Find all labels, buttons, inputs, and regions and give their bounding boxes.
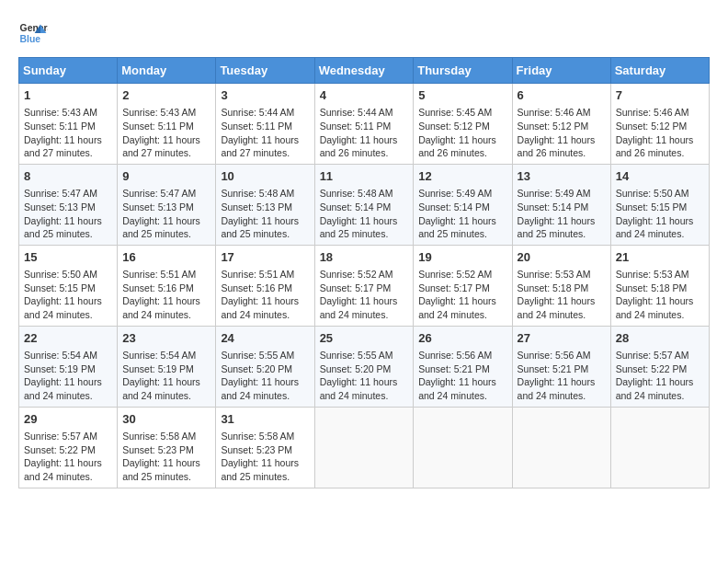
calendar-cell: 4 Sunrise: 5:44 AM Sunset: 5:11 PM Dayli… xyxy=(314,84,414,165)
sunrise-text: Sunrise: 5:56 AM xyxy=(518,350,591,361)
sunrise-text: Sunrise: 5:51 AM xyxy=(122,269,196,280)
calendar-cell: 20 Sunrise: 5:53 AM Sunset: 5:18 PM Dayl… xyxy=(512,245,610,326)
calendar-cell: 9 Sunrise: 5:47 AM Sunset: 5:13 PM Dayli… xyxy=(118,164,216,245)
day-number: 14 xyxy=(616,168,704,185)
weekday-header-saturday: Saturday xyxy=(610,58,709,84)
calendar-cell: 13 Sunrise: 5:49 AM Sunset: 5:14 PM Dayl… xyxy=(512,164,610,245)
day-number: 21 xyxy=(616,249,704,266)
sunrise-text: Sunrise: 5:43 AM xyxy=(122,107,196,118)
sunrise-text: Sunrise: 5:58 AM xyxy=(122,431,196,442)
weekday-header-row: SundayMondayTuesdayWednesdayThursdayFrid… xyxy=(19,58,710,84)
sunrise-text: Sunrise: 5:45 AM xyxy=(418,107,492,118)
daylight-text: Daylight: 11 hours and 27 minutes. xyxy=(221,134,299,159)
calendar-cell: 18 Sunrise: 5:52 AM Sunset: 5:17 PM Dayl… xyxy=(314,245,414,326)
calendar-cell: 16 Sunrise: 5:51 AM Sunset: 5:16 PM Dayl… xyxy=(118,245,216,326)
sunrise-text: Sunrise: 5:49 AM xyxy=(418,188,492,199)
daylight-text: Daylight: 11 hours and 25 minutes. xyxy=(418,215,496,240)
daylight-text: Daylight: 11 hours and 24 minutes. xyxy=(616,376,694,401)
calendar-cell: 14 Sunrise: 5:50 AM Sunset: 5:15 PM Dayl… xyxy=(610,164,709,245)
calendar-cell: 24 Sunrise: 5:55 AM Sunset: 5:20 PM Dayl… xyxy=(216,326,314,407)
sunset-text: Sunset: 5:11 PM xyxy=(122,121,194,132)
calendar-cell: 3 Sunrise: 5:44 AM Sunset: 5:11 PM Dayli… xyxy=(216,84,314,165)
sunset-text: Sunset: 5:23 PM xyxy=(221,444,292,455)
daylight-text: Daylight: 11 hours and 25 minutes. xyxy=(518,215,596,240)
calendar: SundayMondayTuesdayWednesdayThursdayFrid… xyxy=(18,57,710,488)
day-number: 22 xyxy=(24,330,112,347)
day-number: 2 xyxy=(122,87,210,104)
daylight-text: Daylight: 11 hours and 25 minutes. xyxy=(221,215,299,240)
calendar-cell: 10 Sunrise: 5:48 AM Sunset: 5:13 PM Dayl… xyxy=(216,164,314,245)
daylight-text: Daylight: 11 hours and 24 minutes. xyxy=(518,376,596,401)
sunrise-text: Sunrise: 5:48 AM xyxy=(320,188,393,199)
sunset-text: Sunset: 5:20 PM xyxy=(221,363,292,374)
calendar-cell xyxy=(512,407,610,488)
daylight-text: Daylight: 11 hours and 25 minutes. xyxy=(122,215,200,240)
sunrise-text: Sunrise: 5:55 AM xyxy=(221,350,294,361)
calendar-cell: 12 Sunrise: 5:49 AM Sunset: 5:14 PM Dayl… xyxy=(414,164,512,245)
calendar-cell: 2 Sunrise: 5:43 AM Sunset: 5:11 PM Dayli… xyxy=(118,84,216,165)
sunset-text: Sunset: 5:11 PM xyxy=(24,121,96,132)
sunrise-text: Sunrise: 5:47 AM xyxy=(122,188,196,199)
calendar-cell: 15 Sunrise: 5:50 AM Sunset: 5:15 PM Dayl… xyxy=(19,245,118,326)
weekday-header-monday: Monday xyxy=(118,58,216,84)
sunset-text: Sunset: 5:19 PM xyxy=(122,363,194,374)
sunset-text: Sunset: 5:14 PM xyxy=(518,201,589,213)
weekday-header-tuesday: Tuesday xyxy=(216,58,314,84)
sunset-text: Sunset: 5:15 PM xyxy=(24,282,96,293)
calendar-cell: 29 Sunrise: 5:57 AM Sunset: 5:22 PM Dayl… xyxy=(19,407,118,488)
calendar-week-row: 1 Sunrise: 5:43 AM Sunset: 5:11 PM Dayli… xyxy=(19,84,710,165)
daylight-text: Daylight: 11 hours and 24 minutes. xyxy=(320,295,398,320)
sunrise-text: Sunrise: 5:54 AM xyxy=(122,350,196,361)
sunrise-text: Sunrise: 5:57 AM xyxy=(616,350,689,361)
calendar-cell: 7 Sunrise: 5:46 AM Sunset: 5:12 PM Dayli… xyxy=(610,84,709,165)
day-number: 27 xyxy=(518,330,606,347)
calendar-week-row: 15 Sunrise: 5:50 AM Sunset: 5:15 PM Dayl… xyxy=(19,245,710,326)
day-number: 19 xyxy=(418,249,506,266)
calendar-cell: 1 Sunrise: 5:43 AM Sunset: 5:11 PM Dayli… xyxy=(19,84,118,165)
day-number: 31 xyxy=(221,411,309,428)
calendar-cell: 6 Sunrise: 5:46 AM Sunset: 5:12 PM Dayli… xyxy=(512,84,610,165)
daylight-text: Daylight: 11 hours and 24 minutes. xyxy=(24,295,102,320)
sunset-text: Sunset: 5:11 PM xyxy=(320,121,392,132)
sunrise-text: Sunrise: 5:53 AM xyxy=(518,269,591,280)
sunrise-text: Sunrise: 5:53 AM xyxy=(616,269,689,280)
daylight-text: Daylight: 11 hours and 24 minutes. xyxy=(418,295,496,320)
daylight-text: Daylight: 11 hours and 26 minutes. xyxy=(320,134,398,159)
daylight-text: Daylight: 11 hours and 25 minutes. xyxy=(122,457,200,482)
sunset-text: Sunset: 5:14 PM xyxy=(320,201,392,213)
calendar-cell: 31 Sunrise: 5:58 AM Sunset: 5:23 PM Dayl… xyxy=(216,407,314,488)
logo: General Blue xyxy=(18,18,48,48)
sunset-text: Sunset: 5:17 PM xyxy=(320,282,392,293)
weekday-header-sunday: Sunday xyxy=(19,58,118,84)
day-number: 29 xyxy=(24,411,112,428)
daylight-text: Daylight: 11 hours and 26 minutes. xyxy=(418,134,496,159)
calendar-cell: 22 Sunrise: 5:54 AM Sunset: 5:19 PM Dayl… xyxy=(19,326,118,407)
day-number: 18 xyxy=(320,249,409,266)
calendar-cell: 27 Sunrise: 5:56 AM Sunset: 5:21 PM Dayl… xyxy=(512,326,610,407)
sunrise-text: Sunrise: 5:50 AM xyxy=(616,188,689,199)
daylight-text: Daylight: 11 hours and 24 minutes. xyxy=(221,376,299,401)
calendar-week-row: 8 Sunrise: 5:47 AM Sunset: 5:13 PM Dayli… xyxy=(19,164,710,245)
sunset-text: Sunset: 5:12 PM xyxy=(616,121,688,132)
calendar-cell: 5 Sunrise: 5:45 AM Sunset: 5:12 PM Dayli… xyxy=(414,84,512,165)
daylight-text: Daylight: 11 hours and 27 minutes. xyxy=(24,134,102,159)
sunset-text: Sunset: 5:11 PM xyxy=(221,121,292,132)
calendar-cell: 17 Sunrise: 5:51 AM Sunset: 5:16 PM Dayl… xyxy=(216,245,314,326)
sunrise-text: Sunrise: 5:56 AM xyxy=(418,350,492,361)
day-number: 24 xyxy=(221,330,309,347)
day-number: 7 xyxy=(616,87,704,104)
calendar-week-row: 22 Sunrise: 5:54 AM Sunset: 5:19 PM Dayl… xyxy=(19,326,710,407)
day-number: 26 xyxy=(418,330,506,347)
sunset-text: Sunset: 5:13 PM xyxy=(221,201,292,213)
day-number: 16 xyxy=(122,249,210,266)
sunset-text: Sunset: 5:21 PM xyxy=(518,363,589,374)
sunset-text: Sunset: 5:14 PM xyxy=(418,201,490,213)
sunset-text: Sunset: 5:13 PM xyxy=(122,201,194,213)
day-number: 15 xyxy=(24,249,112,266)
day-number: 13 xyxy=(518,168,606,185)
calendar-cell: 28 Sunrise: 5:57 AM Sunset: 5:22 PM Dayl… xyxy=(610,326,709,407)
daylight-text: Daylight: 11 hours and 27 minutes. xyxy=(122,134,200,159)
calendar-cell: 21 Sunrise: 5:53 AM Sunset: 5:18 PM Dayl… xyxy=(610,245,709,326)
day-number: 28 xyxy=(616,330,704,347)
sunrise-text: Sunrise: 5:51 AM xyxy=(221,269,294,280)
